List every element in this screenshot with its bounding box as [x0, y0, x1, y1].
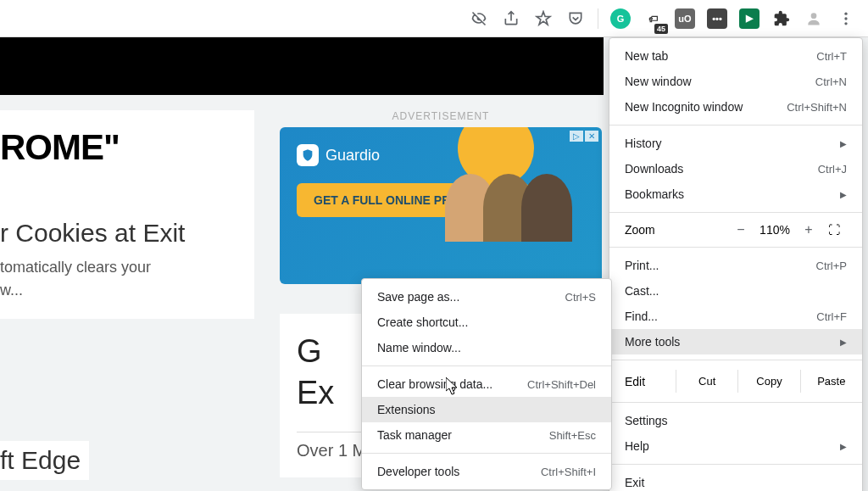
copy-button[interactable]: Copy — [737, 370, 799, 393]
submenu-create-shortcut[interactable]: Create shortcut... — [362, 310, 611, 335]
zoom-in-button[interactable]: + — [796, 222, 821, 237]
badge-count: 45 — [654, 24, 668, 34]
share-icon[interactable] — [498, 5, 525, 32]
menu-settings[interactable]: Settings — [609, 408, 862, 433]
menu-dots-icon[interactable] — [832, 5, 860, 32]
browser-toolbar: G 🏷45 uO ••• ▶ — [0, 0, 868, 37]
menu-separator — [609, 125, 862, 126]
menu-find[interactable]: Find...Ctrl+F — [609, 304, 862, 329]
menu-separator — [362, 453, 611, 454]
chevron-right-icon: ▶ — [840, 190, 847, 199]
menu-help[interactable]: Help▶ — [609, 433, 862, 459]
article-left-panel: ROME" r Cookies at Exit tomatically clea… — [0, 110, 254, 319]
submenu-name-window[interactable]: Name window... — [362, 335, 611, 360]
ad-container: ADVERTISEMENT ▷✕ Guardio GET A FULL ONLI… — [280, 110, 602, 284]
menu-new-window[interactable]: New windowCtrl+N — [609, 69, 862, 94]
svg-point-1 — [844, 12, 847, 14]
cookies-desc-line1: tomatically clears your — [0, 256, 246, 279]
submenu-clear-data[interactable]: Clear browsing data...Ctrl+Shift+Del — [362, 371, 611, 397]
ad-banner[interactable]: ▷✕ Guardio GET A FULL ONLINE PROTECTION — [280, 127, 602, 284]
eye-off-icon[interactable] — [465, 5, 492, 32]
menu-separator — [609, 402, 862, 403]
page-header-band — [0, 37, 604, 95]
submenu-extensions[interactable]: Extensions — [362, 397, 611, 422]
tag-ext-icon[interactable]: 🏷45 — [639, 5, 666, 32]
menu-separator — [362, 365, 611, 366]
chevron-right-icon: ▶ — [840, 442, 847, 451]
menu-separator — [609, 212, 862, 213]
menu-separator — [609, 247, 862, 248]
ad-people-graphic — [458, 174, 602, 284]
mouse-cursor-icon — [446, 377, 461, 399]
menu-new-tab[interactable]: New tabCtrl+T — [609, 43, 862, 69]
ad-label: ADVERTISEMENT — [280, 110, 602, 122]
menu-more-tools[interactable]: More tools▶ — [609, 329, 862, 354]
zoom-out-button[interactable]: − — [728, 222, 754, 237]
submenu-save-page[interactable]: Save page as...Ctrl+S — [362, 284, 611, 310]
page-title-fragment: ROME" — [0, 127, 246, 168]
cookies-desc-line2: w... — [0, 279, 246, 302]
more-tools-submenu: Save page as...Ctrl+S Create shortcut...… — [361, 278, 612, 490]
menu-bookmarks[interactable]: Bookmarks▶ — [609, 181, 862, 207]
menu-cast[interactable]: Cast... — [609, 278, 862, 304]
menu-separator — [609, 464, 862, 465]
ad-logo: Guardio — [297, 144, 585, 166]
paste-button[interactable]: Paste — [800, 370, 862, 393]
menu-downloads[interactable]: DownloadsCtrl+J — [609, 156, 862, 181]
star-icon[interactable] — [530, 5, 557, 32]
ad-controls[interactable]: ▷✕ — [570, 131, 598, 142]
cut-button[interactable]: Cut — [676, 370, 737, 393]
menu-edit-row: Edit Cut Copy Paste — [609, 365, 862, 397]
svg-point-3 — [844, 22, 847, 25]
menu-exit[interactable]: Exit — [609, 470, 862, 491]
menu-history[interactable]: History▶ — [609, 131, 862, 156]
chevron-right-icon: ▶ — [840, 338, 847, 347]
extensions-puzzle-icon[interactable] — [768, 5, 795, 32]
chevron-right-icon: ▶ — [840, 139, 847, 148]
submenu-task-manager[interactable]: Task managerShift+Esc — [362, 422, 611, 448]
play-ext-icon[interactable]: ▶ — [736, 5, 763, 32]
toolbar-divider — [598, 8, 598, 29]
svg-point-0 — [811, 13, 817, 19]
edge-heading-fragment[interactable]: ft Edge — [0, 441, 89, 480]
zoom-value: 110% — [754, 223, 796, 237]
menu-new-incognito[interactable]: New Incognito windowCtrl+Shift+N — [609, 94, 862, 120]
fullscreen-icon[interactable]: ⛶ — [821, 223, 847, 237]
pocket-icon[interactable] — [562, 5, 589, 32]
menu-print[interactable]: Print...Ctrl+P — [609, 253, 862, 278]
dots-ext-icon[interactable]: ••• — [704, 5, 731, 32]
submenu-dev-tools[interactable]: Developer toolsCtrl+Shift+I — [362, 459, 611, 484]
ublock-ext-icon[interactable]: uO — [671, 5, 698, 32]
profile-avatar-icon[interactable] — [800, 5, 827, 32]
grammarly-ext-icon[interactable]: G — [607, 5, 634, 32]
shield-icon — [297, 144, 319, 166]
svg-point-2 — [844, 17, 847, 20]
chrome-main-menu: New tabCtrl+T New windowCtrl+N New Incog… — [609, 37, 863, 491]
menu-separator — [609, 360, 862, 360]
menu-zoom-row: Zoom − 110% + ⛶ — [609, 218, 862, 242]
cookies-heading[interactable]: r Cookies at Exit — [0, 219, 246, 248]
